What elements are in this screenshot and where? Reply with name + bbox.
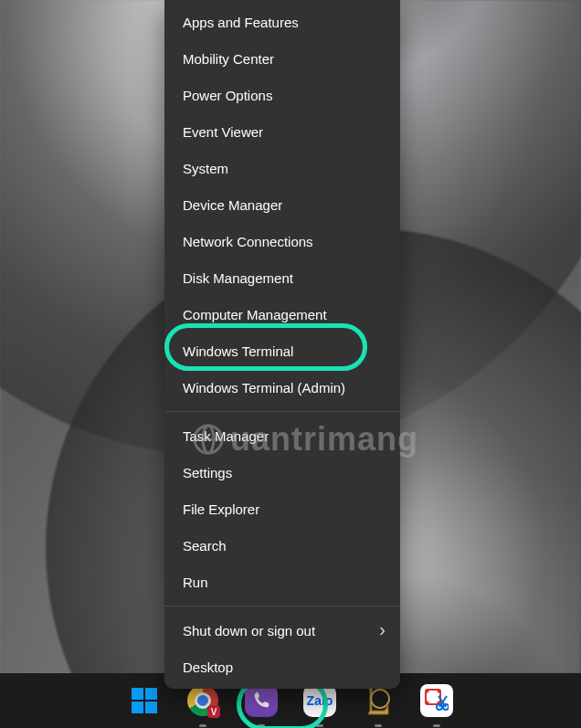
running-indicator: [316, 724, 323, 727]
menu-item-label: Shut down or sign out: [183, 623, 315, 638]
svg-point-10: [438, 691, 440, 693]
scissors-icon: [420, 684, 453, 717]
menu-item-run[interactable]: Run: [164, 564, 400, 600]
svg-rect-5: [132, 702, 143, 713]
menu-item-windows-terminal-admin[interactable]: Windows Terminal (Admin): [164, 369, 400, 406]
menu-item-shutdown-signout[interactable]: Shut down or sign out: [164, 612, 400, 649]
menu-separator: [164, 606, 400, 607]
menu-item-device-manager[interactable]: Device Manager: [164, 186, 400, 223]
menu-item-power-options[interactable]: Power Options: [164, 77, 400, 113]
svg-point-9: [427, 691, 429, 693]
menu-item-label: Network Connections: [183, 234, 313, 249]
menu-item-label: System: [183, 161, 228, 176]
menu-item-desktop[interactable]: Desktop: [164, 649, 400, 685]
menu-item-label: Task Manager: [183, 428, 269, 444]
svg-rect-6: [145, 702, 157, 713]
menu-separator: [164, 411, 400, 412]
running-indicator: [199, 724, 206, 727]
menu-item-label: Windows Terminal (Admin): [183, 380, 345, 396]
menu-item-disk-management[interactable]: Disk Management: [164, 259, 400, 296]
menu-group: Shut down or sign out Desktop: [164, 608, 400, 689]
menu-item-label: Computer Management: [183, 307, 327, 322]
menu-item-label: File Explorer: [183, 501, 259, 517]
svg-rect-3: [132, 688, 143, 700]
menu-item-label: Disk Management: [183, 270, 293, 286]
running-indicator: [433, 724, 440, 727]
menu-item-label: Device Manager: [183, 197, 282, 213]
menu-item-windows-terminal[interactable]: Windows Terminal: [164, 332, 400, 369]
winx-context-menu: Apps and Features Mobility Center Power …: [164, 0, 400, 689]
menu-item-label: Power Options: [183, 88, 272, 103]
taskbar-app-snipping-tool[interactable]: [417, 681, 456, 720]
svg-point-11: [427, 702, 429, 704]
windows-logo-icon: [130, 686, 159, 715]
menu-item-label: Apps and Features: [183, 15, 299, 30]
menu-item-system[interactable]: System: [164, 150, 400, 186]
menu-item-label: Run: [183, 575, 208, 590]
menu-item-apps-features[interactable]: Apps and Features: [164, 4, 400, 40]
menu-group: Apps and Features Mobility Center Power …: [164, 0, 400, 409]
viber-icon: [245, 684, 278, 717]
menu-item-event-viewer[interactable]: Event Viewer: [164, 113, 400, 150]
menu-item-settings[interactable]: Settings: [164, 454, 400, 491]
zalo-label: Zalo: [307, 693, 333, 708]
menu-item-label: Search: [183, 538, 227, 554]
menu-item-computer-management[interactable]: Computer Management: [164, 296, 400, 332]
svg-rect-4: [145, 688, 157, 700]
menu-item-label: Desktop: [183, 659, 233, 675]
menu-item-label: Settings: [183, 465, 232, 480]
zalo-icon: Zalo: [303, 684, 336, 717]
menu-item-label: Windows Terminal: [183, 343, 293, 359]
menu-group: Task Manager Settings File Explorer Sear…: [164, 414, 400, 604]
menu-item-label: Event Viewer: [183, 124, 263, 140]
lol-icon: [363, 685, 394, 716]
running-indicator: [258, 724, 265, 727]
menu-item-network-connections[interactable]: Network Connections: [164, 223, 400, 259]
chrome-badge: V: [207, 705, 220, 718]
menu-item-file-explorer[interactable]: File Explorer: [164, 491, 400, 527]
menu-item-label: Mobility Center: [183, 51, 274, 67]
menu-item-mobility-center[interactable]: Mobility Center: [164, 40, 400, 77]
svg-point-7: [371, 690, 389, 708]
running-indicator: [375, 724, 382, 727]
chrome-icon: V: [187, 685, 218, 716]
menu-item-task-manager[interactable]: Task Manager: [164, 417, 400, 454]
taskbar-start-button[interactable]: [125, 681, 164, 720]
menu-item-search[interactable]: Search: [164, 527, 400, 564]
